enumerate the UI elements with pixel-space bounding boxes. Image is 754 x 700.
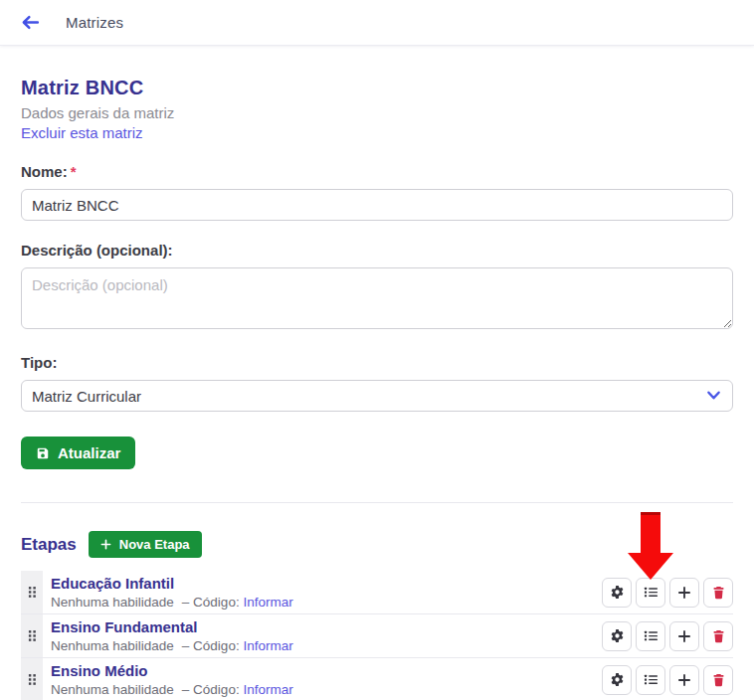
trash-icon [712,586,725,600]
plus-icon [677,673,691,687]
habilidade-text: Nenhuma habilidade [51,595,174,610]
description-textarea[interactable] [21,267,733,329]
etapas-list: Educação Infantil Nenhuma habilidade– Có… [21,571,733,700]
etapa-row: Educação Infantil Nenhuma habilidade– Có… [21,571,733,614]
row-list-button[interactable] [636,621,665,651]
row-list-button[interactable] [636,665,665,695]
habilidade-text: Nenhuma habilidade [51,638,174,653]
type-select[interactable]: Matriz Curricular [21,380,733,412]
drag-handle-icon [28,629,37,642]
informar-link[interactable]: Informar [243,595,292,610]
description-label: Descrição (opcional): [21,242,733,259]
list-ul-icon [644,672,659,687]
type-label: Tipo: [21,354,733,371]
etapa-row: Ensino Fundamental Nenhuma habilidade– C… [21,614,733,658]
habilidade-text: Nenhuma habilidade [51,682,174,697]
required-marker: * [71,163,77,180]
plus-icon [677,586,691,600]
gear-icon [610,672,625,687]
list-ul-icon [644,585,659,600]
codigo-label: – Código: [182,682,240,697]
gear-icon [610,628,625,643]
drag-handle-icon [28,673,37,686]
list-ul-icon [644,628,659,643]
informar-link[interactable]: Informar [243,682,292,697]
etapa-title: Ensino Fundamental [51,618,602,635]
arrow-left-icon [21,13,40,32]
floppy-disk-icon [36,446,50,460]
etapa-subtitle: Nenhuma habilidade– Código: Informar [51,638,602,653]
gear-icon [610,585,625,600]
new-etapa-button[interactable]: Nova Etapa [89,531,202,558]
row-add-button[interactable] [669,665,699,695]
drag-handle-icon [28,586,37,599]
update-button[interactable]: Atualizar [21,437,135,469]
row-settings-button[interactable] [602,665,632,695]
matrix-title: Matriz BNCC [21,77,733,99]
row-delete-button[interactable] [703,621,733,651]
delete-matrix-link[interactable]: Excluir esta matriz [21,124,143,141]
drag-handle[interactable] [21,658,43,700]
drag-handle[interactable] [21,571,43,613]
row-delete-button[interactable] [703,578,733,608]
row-delete-button[interactable] [703,665,733,695]
matrix-subtitle: Dados gerais da matriz [21,104,733,121]
etapas-heading: Etapas [21,535,77,555]
etapa-title: Educação Infantil [51,575,602,592]
top-bar: Matrizes [0,0,754,46]
name-label: Nome:* [21,163,733,180]
section-divider [21,502,733,503]
main-content: Matriz BNCC Dados gerais da matriz Exclu… [0,77,754,700]
plus-icon [677,629,691,643]
trash-icon [712,629,725,643]
name-input[interactable] [21,189,733,221]
row-settings-button[interactable] [602,621,632,651]
codigo-label: – Código: [182,638,240,653]
trash-icon [712,673,725,687]
etapa-title: Ensino Médio [51,662,602,679]
page-breadcrumb-title: Matrizes [66,14,123,31]
row-settings-button[interactable] [602,578,632,608]
row-list-button[interactable] [636,578,665,608]
row-add-button[interactable] [669,621,699,651]
etapa-row: Ensino Médio Nenhuma habilidade– Código:… [21,658,733,700]
codigo-label: – Código: [182,595,240,610]
drag-handle[interactable] [21,614,43,657]
back-button[interactable] [18,11,42,35]
plus-icon [100,539,111,550]
etapa-subtitle: Nenhuma habilidade– Código: Informar [51,682,602,697]
etapa-subtitle: Nenhuma habilidade– Código: Informar [51,595,602,610]
informar-link[interactable]: Informar [243,638,292,653]
row-add-button[interactable] [669,578,699,608]
